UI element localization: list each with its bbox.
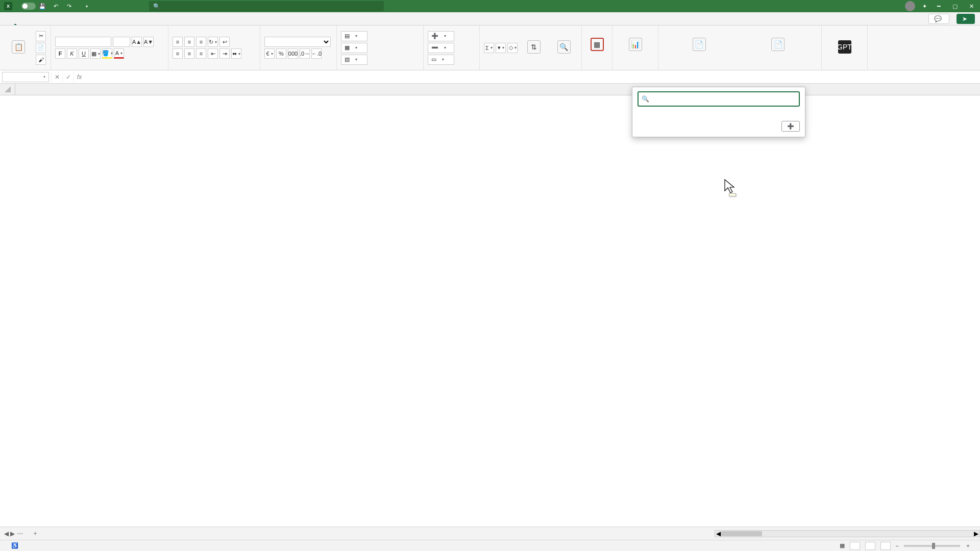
italic-icon[interactable]: K xyxy=(67,48,77,59)
font-color-icon[interactable]: A xyxy=(114,48,124,59)
autosave-toggle[interactable] xyxy=(18,3,36,10)
minimize-icon[interactable]: ━ xyxy=(934,2,943,11)
add-sheet-button[interactable]: ＋ xyxy=(27,529,43,538)
find-select-button[interactable]: 🔍 xyxy=(551,32,578,64)
addins-search[interactable]: 🔍 xyxy=(638,91,800,107)
worksheet[interactable] xyxy=(0,84,980,527)
status-accessibility[interactable]: ♿ xyxy=(11,542,18,549)
tab-file[interactable] xyxy=(5,21,7,25)
chatgpt-button[interactable]: GPT xyxy=(826,32,863,64)
sheet-tabs-bar: ◀ ▶ ⋯ ＋ ◀▶ xyxy=(0,527,980,540)
tab-start[interactable] xyxy=(14,20,16,25)
increase-font-icon[interactable]: A▲ xyxy=(132,37,142,47)
more-addins-button[interactable]: ➕ xyxy=(781,121,800,132)
underline-icon[interactable]: U xyxy=(79,48,89,59)
copy-icon[interactable]: 📄 xyxy=(36,43,46,53)
font-size-input[interactable] xyxy=(113,37,130,47)
zoom-slider[interactable] xyxy=(904,545,960,547)
align-mid-icon[interactable]: ≡ xyxy=(184,37,194,47)
merge-icon[interactable]: ⬌ xyxy=(231,48,241,59)
display-settings-button[interactable]: ▦ xyxy=(840,542,845,549)
select-all-corner[interactable] xyxy=(0,84,15,95)
zoom-out-icon[interactable]: − xyxy=(896,543,899,549)
save-icon[interactable]: 💾 xyxy=(38,2,47,11)
toggle-switch-icon[interactable] xyxy=(21,3,36,10)
zoom-in-icon[interactable]: ＋ xyxy=(965,542,971,549)
sheet-nav[interactable]: ◀ ▶ ⋯ xyxy=(0,530,27,537)
wrap-text-icon[interactable]: ↩ xyxy=(219,37,230,47)
percent-icon[interactable]: % xyxy=(276,48,286,59)
align-bot-icon[interactable]: ≡ xyxy=(196,37,206,47)
cell-styles-button[interactable]: ▧ xyxy=(341,55,368,65)
view-normal-icon[interactable] xyxy=(850,542,860,550)
indent-dec-icon[interactable]: ⇤ xyxy=(208,48,218,59)
pdf-outlook-icon: 📄 xyxy=(771,38,785,51)
create-pdf-link-button[interactable]: 📄 xyxy=(663,29,736,61)
align-left-icon[interactable]: ≡ xyxy=(173,48,183,59)
number-format-select[interactable] xyxy=(264,37,331,47)
pdf-icon: 📄 xyxy=(693,38,706,51)
cells-grid[interactable] xyxy=(15,95,980,527)
align-center-icon[interactable]: ≡ xyxy=(184,48,194,59)
currency-icon[interactable]: € xyxy=(264,48,275,59)
formula-input[interactable] xyxy=(85,72,980,82)
align-top-icon[interactable]: ≡ xyxy=(173,37,183,47)
tab-insert[interactable] xyxy=(23,21,26,25)
thousands-icon[interactable]: 000 xyxy=(288,48,298,59)
tab-layout[interactable] xyxy=(33,21,35,25)
name-box[interactable]: ▾ xyxy=(2,72,49,82)
autosum-icon[interactable]: Σ xyxy=(484,43,494,53)
cond-format-button[interactable]: ▤ xyxy=(341,31,368,41)
decrease-font-icon[interactable]: A▼ xyxy=(143,37,154,47)
orientation-icon[interactable]: ↻ xyxy=(208,37,218,47)
close-icon[interactable]: ✕ xyxy=(967,2,976,11)
tab-review[interactable] xyxy=(60,21,62,25)
dec-decimal-icon[interactable]: ←.0 xyxy=(311,48,322,59)
bold-icon[interactable]: F xyxy=(55,48,65,59)
cells-format-button[interactable]: ▭ xyxy=(428,55,454,65)
view-break-icon[interactable] xyxy=(880,542,891,550)
comments-button[interactable]: 💬 xyxy=(928,14,949,24)
cancel-formula-icon[interactable]: ✕ xyxy=(51,72,62,82)
tab-formulas[interactable] xyxy=(42,21,44,25)
data-analysis-button[interactable]: 📊 xyxy=(617,29,654,61)
border-icon[interactable]: ▦ xyxy=(90,48,101,59)
enter-formula-icon[interactable]: ✓ xyxy=(62,72,74,82)
undo-icon[interactable]: ↶ xyxy=(51,2,60,11)
tab-developer[interactable] xyxy=(79,21,81,25)
view-layout-icon[interactable] xyxy=(865,542,875,550)
format-as-table-button[interactable]: ▦ xyxy=(341,43,368,53)
redo-icon[interactable]: ↷ xyxy=(64,2,74,11)
addins-search-input[interactable] xyxy=(652,95,796,103)
cells-insert-button[interactable]: ➕ xyxy=(428,31,454,41)
fill-color-icon[interactable]: 🪣 xyxy=(102,48,112,59)
tab-data[interactable] xyxy=(51,21,53,25)
horizontal-scrollbar[interactable]: ◀▶ xyxy=(715,530,980,537)
avatar[interactable] xyxy=(905,1,915,11)
tab-view[interactable] xyxy=(69,21,71,25)
indent-inc-icon[interactable]: ⇥ xyxy=(219,48,230,59)
fx-icon[interactable]: fx xyxy=(74,72,85,82)
inc-decimal-icon[interactable]: .0→ xyxy=(300,48,310,59)
format-painter-icon[interactable]: 🖌 xyxy=(36,55,46,65)
search-icon: 🔍 xyxy=(153,3,160,10)
paste-button[interactable]: 📋 xyxy=(4,32,33,64)
maximize-icon[interactable]: ▢ xyxy=(950,2,960,11)
badge-icon[interactable]: ✦ xyxy=(922,3,927,10)
tab-acrobat[interactable] xyxy=(97,21,99,25)
clear-icon[interactable]: ◇ xyxy=(507,43,518,53)
cells-delete-button[interactable]: ➖ xyxy=(428,43,454,53)
cut-icon[interactable]: ✂ xyxy=(36,31,46,41)
document-name[interactable]: ▾ xyxy=(84,4,88,9)
fill-icon[interactable]: ▾ xyxy=(496,43,506,53)
font-name-input[interactable] xyxy=(55,37,111,47)
create-pdf-outlook-button[interactable]: 📄 xyxy=(739,29,817,61)
align-right-icon[interactable]: ≡ xyxy=(196,48,206,59)
addins-button[interactable]: ▦ xyxy=(586,29,608,61)
tab-help[interactable] xyxy=(88,21,90,25)
window-titlebar: X 💾 ↶ ↷ ▾ 🔍 ✦ ━ ▢ ✕ xyxy=(0,0,980,12)
sort-filter-button[interactable]: ⇅ xyxy=(521,32,548,64)
column-headers[interactable] xyxy=(15,84,980,95)
tellme-search[interactable]: 🔍 xyxy=(149,1,384,11)
share-button[interactable]: ➤ xyxy=(957,14,975,24)
